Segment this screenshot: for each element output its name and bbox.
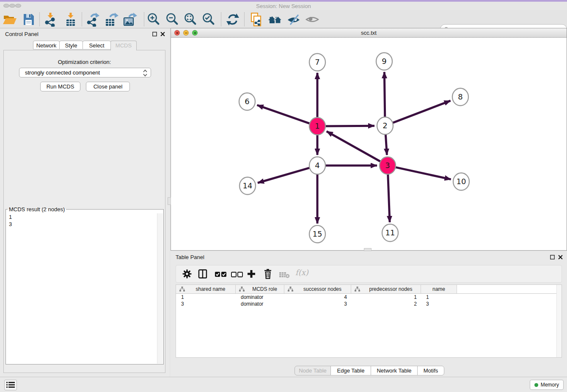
folder-open-icon (3, 12, 17, 27)
task-history-button[interactable] (4, 380, 17, 390)
add-column-button[interactable] (247, 269, 256, 279)
tab-mcds[interactable]: MCDS (110, 41, 137, 50)
column-header-predecessor-nodes[interactable]: predecessor nodes (351, 285, 421, 293)
node-6[interactable]: 6 (239, 93, 255, 110)
export-network-button[interactable] (85, 12, 100, 27)
table-cell: 3 (421, 301, 457, 307)
zoom-fit-button[interactable] (183, 12, 198, 27)
zoom-in-button[interactable] (146, 12, 161, 27)
zoom-selected-button[interactable] (201, 12, 216, 27)
delete-column-button[interactable] (263, 269, 272, 279)
network-graph[interactable]: 7968124314101511 (171, 38, 567, 250)
edge-1-2[interactable] (325, 126, 374, 126)
edge-1-6[interactable] (257, 105, 310, 124)
float-panel-button[interactable] (152, 31, 158, 37)
table-float-button[interactable] (550, 254, 556, 260)
split-handle-horizontal[interactable] (364, 248, 372, 251)
copy-document-icon (249, 12, 264, 27)
tab-style[interactable]: Style (59, 41, 83, 50)
memory-button[interactable]: Memory (530, 380, 564, 390)
eye-slash-icon (286, 12, 301, 27)
edge-2-8[interactable] (392, 101, 451, 123)
tab-network-table[interactable]: Network Table (371, 366, 418, 375)
tab-node-table[interactable]: Node Table (295, 366, 331, 375)
mcds-result-list[interactable]: 13 (6, 213, 163, 364)
edge-3-10[interactable] (395, 167, 451, 179)
open-session-button[interactable] (2, 12, 17, 27)
node-2[interactable]: 2 (377, 117, 393, 135)
mcds-result-legend: MCDS result (2 nodes) (8, 206, 66, 213)
table-row[interactable]: 1dominator411 (176, 294, 561, 301)
deselect-all-columns-button[interactable] (231, 271, 244, 278)
node-9[interactable]: 9 (376, 53, 392, 70)
table-cell: 4 (284, 294, 351, 301)
edge-3-11[interactable] (388, 173, 390, 222)
toolbar-separator (82, 12, 82, 26)
tab-edge-table[interactable]: Edge Table (330, 366, 371, 375)
table-panel-title: Table Panel (176, 254, 204, 260)
node-8[interactable]: 8 (452, 88, 468, 106)
table-scrollbar[interactable] (556, 285, 561, 357)
import-table-icon (63, 12, 78, 27)
node-label: 8 (458, 92, 462, 101)
zoom-out-button[interactable] (165, 12, 180, 27)
table-settings-button[interactable] (182, 269, 192, 279)
zoom-in-icon (146, 12, 161, 27)
close-panel-button-inner[interactable]: Close panel (86, 82, 130, 91)
node-4[interactable]: 4 (309, 157, 325, 174)
column-header-label: predecessor nodes (364, 286, 421, 292)
result-line: 3 (6, 221, 163, 228)
tab-motifs[interactable]: Motifs (417, 366, 444, 375)
table-cell: 2 (351, 301, 421, 307)
delete-table-button[interactable] (279, 271, 290, 279)
result-line: 1 (6, 213, 163, 221)
import-network-button[interactable] (43, 12, 58, 27)
node-11[interactable]: 11 (382, 224, 398, 242)
edge-4-14[interactable] (258, 168, 310, 183)
select-all-columns-button[interactable] (215, 271, 228, 278)
refresh-button[interactable] (225, 12, 240, 27)
node-label: 4 (315, 161, 319, 170)
close-panel-button[interactable] (160, 31, 166, 37)
show-graphics-button[interactable] (305, 12, 320, 27)
nested-networks-button[interactable] (267, 12, 283, 27)
node-7[interactable]: 7 (309, 54, 325, 71)
export-image-button[interactable] (122, 12, 138, 27)
table-close-button[interactable] (558, 254, 564, 260)
column-header-name[interactable]: name (421, 285, 457, 293)
node-1[interactable]: 1 (309, 118, 325, 135)
run-mcds-button[interactable]: Run MCDS (40, 82, 80, 91)
split-panel-button[interactable] (198, 269, 207, 279)
tab-network[interactable]: Network (33, 41, 60, 50)
column-header-MCDS-role[interactable]: MCDS role (236, 285, 284, 293)
edge-2-9[interactable] (384, 72, 385, 118)
node-3[interactable]: 3 (380, 157, 396, 174)
save-session-button[interactable] (21, 12, 36, 27)
status-bar: Memory (0, 377, 567, 392)
import-table-button[interactable] (63, 12, 78, 27)
copy-network-button[interactable] (249, 12, 264, 27)
node-10[interactable]: 10 (453, 173, 469, 190)
edge-2-3[interactable] (385, 133, 387, 155)
node-label: 14 (243, 181, 253, 190)
node-label: 6 (245, 97, 249, 106)
criterion-select[interactable]: strongly connected component (19, 68, 151, 77)
table-row[interactable]: 3dominator323 (176, 301, 561, 307)
function-builder-button[interactable]: f(x) (295, 268, 308, 277)
node-14[interactable]: 14 (239, 177, 256, 195)
node-15[interactable]: 15 (309, 226, 325, 243)
column-header-shared-name[interactable]: shared name (176, 285, 236, 293)
window-title: Session: New Session (0, 3, 567, 9)
column-header-label: shared name (189, 286, 235, 292)
split-handle-vertical[interactable] (168, 197, 171, 205)
column-header-successor-nodes[interactable]: successor nodes (284, 285, 351, 293)
result-scrollbar[interactable] (157, 213, 163, 364)
export-table-button[interactable] (104, 12, 119, 27)
tab-select[interactable]: Select (83, 41, 111, 50)
edge-3-1[interactable] (327, 131, 381, 162)
network-canvas[interactable]: 7968124314101511 (171, 38, 567, 250)
table-cell: 3 (284, 301, 351, 307)
table-body: 1dominator4113dominator323 (176, 294, 561, 307)
hide-style-button[interactable] (286, 12, 301, 27)
memory-status-icon (534, 383, 538, 387)
